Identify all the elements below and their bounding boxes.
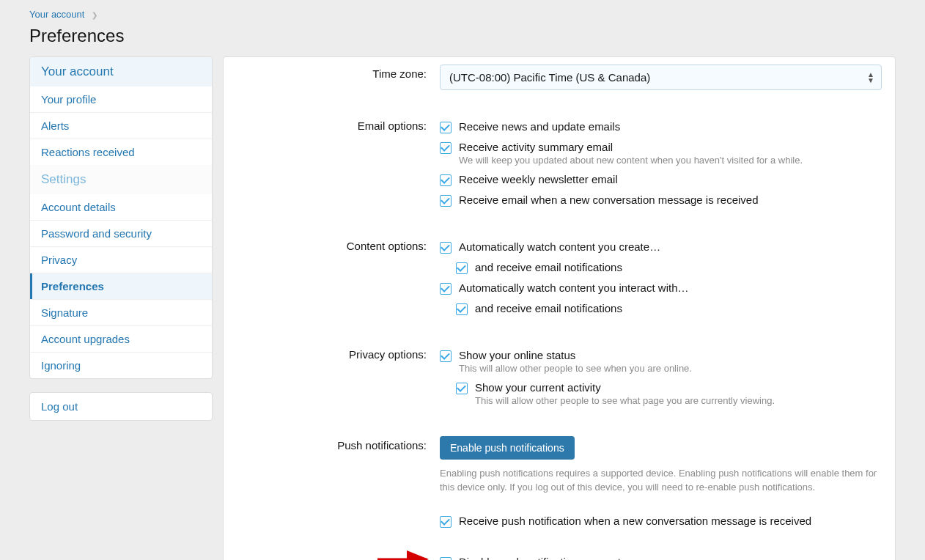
sidebar-item-account-upgrades[interactable]: Account upgrades <box>30 326 212 352</box>
checkbox-row[interactable]: Receive activity summary emailWe will ke… <box>440 137 882 169</box>
checkbox-row[interactable]: Receive news and update emails <box>440 117 882 137</box>
checkbox-icon[interactable] <box>440 142 452 154</box>
timezone-label: Time zone: <box>227 65 440 90</box>
checkbox-row[interactable]: Receive weekly newsletter email <box>440 169 882 190</box>
push-receive-row[interactable]: Receive push notification when a new con… <box>440 511 882 531</box>
page-title: Preferences <box>6 26 919 56</box>
checkbox-row[interactable]: Receive email when a new conversation me… <box>440 190 882 210</box>
checkbox-icon[interactable] <box>440 195 452 207</box>
checkbox-icon[interactable] <box>440 283 452 295</box>
checkbox-icon[interactable] <box>440 350 452 362</box>
checkbox-icon[interactable] <box>440 557 452 560</box>
checkbox-icon[interactable] <box>456 383 468 394</box>
chevron-right-icon: ❯ <box>92 11 97 19</box>
privacy-options-label: Privacy options: <box>227 345 440 410</box>
sidebar-item-signature[interactable]: Signature <box>30 300 212 325</box>
checkbox-icon[interactable] <box>440 516 452 528</box>
checkbox-icon[interactable] <box>456 303 468 315</box>
sidebar-item-ignoring[interactable]: Ignoring <box>30 353 212 378</box>
sidebar-item-reactions-received[interactable]: Reactions received <box>30 139 212 165</box>
checkbox-label: and receive email notifications <box>475 261 622 273</box>
checkbox-row[interactable]: and receive email notifications <box>440 257 882 278</box>
logout-link[interactable]: Log out <box>30 393 212 420</box>
checkbox-icon[interactable] <box>440 122 452 133</box>
checkbox-label: Automatically watch content you create… <box>459 240 660 253</box>
content-options-label: Content options: <box>227 237 440 319</box>
checkbox-row[interactable]: Automatically watch content you interact… <box>440 278 882 298</box>
main-panel: Time zone: (UTC-08:00) Pacific Time (US … <box>223 56 896 560</box>
checkbox-icon[interactable] <box>456 262 468 274</box>
checkbox-row[interactable]: and receive email notifications <box>440 298 882 319</box>
checkbox-row[interactable]: Show your current activityThis will allo… <box>440 377 882 410</box>
sidebar-panel: Your account Your profileAlertsReactions… <box>29 56 213 379</box>
checkbox-label: Receive email when a new conversation me… <box>459 194 759 206</box>
checkbox-hint: This will allow other people to see what… <box>475 395 775 406</box>
checkbox-label: Receive activity summary email <box>459 141 803 153</box>
sidebar-section-settings: Settings <box>30 165 212 194</box>
checkbox-label: and receive email notifications <box>475 302 622 314</box>
push-receive-label: Receive push notification when a new con… <box>459 515 811 527</box>
checkbox-label: Receive weekly newsletter email <box>459 173 618 185</box>
checkbox-icon[interactable] <box>440 174 452 186</box>
timezone-select[interactable]: (UTC-08:00) Pacific Time (US & Canada) <box>440 65 882 90</box>
checkbox-row[interactable]: Automatically watch content you create… <box>440 237 882 257</box>
checkbox-hint: We will keep you updated about new conte… <box>459 155 803 166</box>
breadcrumb: Your account ❯ <box>6 6 919 26</box>
breadcrumb-link[interactable]: Your account <box>29 9 84 20</box>
sidebar-item-privacy[interactable]: Privacy <box>30 247 212 273</box>
email-options-label: Email options: <box>227 117 440 210</box>
sidebar-item-preferences[interactable]: Preferences <box>30 273 212 299</box>
push-disable-row[interactable]: Disable push notifications prompt Disabl… <box>440 552 882 560</box>
sidebar-item-password-and-security[interactable]: Password and security <box>30 221 212 246</box>
checkbox-label: Show your online status <box>459 349 692 361</box>
checkbox-label: Receive news and update emails <box>459 120 620 133</box>
arrow-icon <box>374 550 432 560</box>
enable-push-button[interactable]: Enable push notifications <box>440 436 575 460</box>
checkbox-label: Automatically watch content you interact… <box>459 281 688 294</box>
sidebar-item-alerts[interactable]: Alerts <box>30 113 212 139</box>
push-label: Push notifications: <box>227 436 440 560</box>
checkbox-label: Show your current activity <box>475 381 775 394</box>
sidebar-item-your-profile[interactable]: Your profile <box>30 86 212 112</box>
checkbox-hint: This will allow other people to see when… <box>459 363 692 374</box>
push-disable-label: Disable push notifications prompt <box>459 556 644 560</box>
push-description: Enabling push notifications requires a s… <box>440 467 880 495</box>
checkbox-row[interactable]: Show your online statusThis will allow o… <box>440 345 882 377</box>
checkbox-icon[interactable] <box>440 242 452 254</box>
sidebar-item-account-details[interactable]: Account details <box>30 194 212 220</box>
sidebar-section-account: Your account <box>30 57 212 86</box>
logout-panel: Log out <box>29 392 213 421</box>
